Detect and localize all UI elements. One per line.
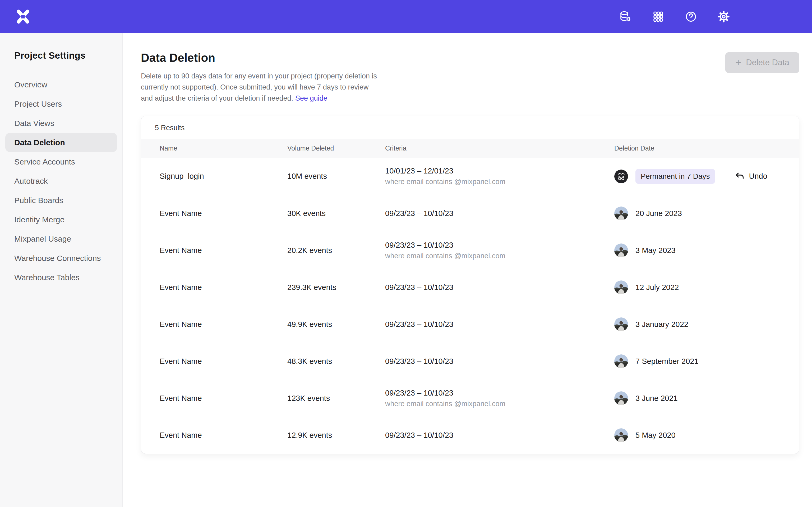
apps-grid-icon[interactable] [652,10,664,23]
cell-name: Event Name [160,246,287,255]
deletion-date: 3 June 2021 [636,394,678,403]
sidebar-item-label: Service Accounts [14,157,75,166]
see-guide-link[interactable]: See guide [295,94,327,102]
sidebar-item-warehouse-connections[interactable]: Warehouse Connections [5,248,117,268]
cell-volume: 10M events [287,172,385,181]
cell-criteria: 09/23/23 – 10/10/23 [385,431,614,440]
help-icon[interactable] [684,10,697,23]
table-row: Event Name 12.9K events 09/23/23 – 10/10… [141,417,799,454]
sidebar-item-label: Identity Merge [14,215,64,224]
cell-criteria: 09/23/23 – 10/10/23 [385,357,614,366]
criteria-range: 09/23/23 – 10/10/23 [385,283,614,292]
deletion-date: 3 May 2023 [636,246,676,255]
page-header: Data Deletion Delete up to 90 days data … [141,51,799,104]
criteria-range: 09/23/23 – 10/10/23 [385,357,614,366]
deletion-requests-card: 5 Results Name Volume Deleted Criteria D… [141,116,799,454]
project-settings-sidebar: Project Settings OverviewProject UsersDa… [0,33,123,507]
cell-deletion-date: 7 September 2021 [614,354,799,368]
criteria-range: 09/23/23 – 10/10/23 [385,431,614,440]
settings-icon[interactable] [717,10,730,23]
avatar-photo [614,207,628,220]
avatar-photo [614,354,628,368]
top-navigation-bar [0,0,812,33]
avatar-illustration [614,170,628,183]
sidebar-item-data-views[interactable]: Data Views [5,114,117,133]
main-content: Data Deletion Delete up to 90 days data … [123,33,812,507]
cell-name: Event Name [160,320,287,329]
cell-name: Event Name [160,209,287,218]
cell-volume: 123K events [287,394,385,403]
delete-data-button-label: Delete Data [746,58,789,67]
sidebar-title: Project Settings [14,50,122,61]
page-description-text: Delete up to 90 days data for any event … [141,72,377,102]
mixpanel-logo[interactable] [15,9,31,24]
table-row: Event Name 49.9K events 09/23/23 – 10/10… [141,306,799,343]
sidebar-item-service-accounts[interactable]: Service Accounts [5,152,117,171]
cell-criteria: 09/23/23 – 10/10/23 where email contains… [385,389,614,408]
criteria-range: 09/23/23 – 10/10/23 [385,389,614,397]
column-header-name: Name [160,145,287,152]
sidebar-item-label: Data Deletion [14,138,65,147]
criteria-range: 09/23/23 – 10/10/23 [385,241,614,249]
undo-label: Undo [749,172,767,181]
undo-icon [734,171,745,182]
sidebar-item-label: Warehouse Tables [14,273,80,282]
deletion-date: 12 July 2022 [636,283,679,292]
table-row: Event Name 239.3K events 09/23/23 – 10/1… [141,269,799,306]
criteria-range: 09/23/23 – 10/10/23 [385,209,614,218]
avatar-photo [614,280,628,294]
sidebar-item-label: Data Views [14,119,54,128]
avatar-photo [614,243,628,257]
app-screen: Project Settings OverviewProject UsersDa… [0,0,812,507]
page-title: Data Deletion [141,51,382,64]
delete-data-button[interactable]: + Delete Data [725,52,799,73]
cell-criteria: 09/23/23 – 10/10/23 [385,209,614,218]
results-count: 5 Results [141,116,799,139]
cell-volume: 48.3K events [287,357,385,366]
sidebar-item-label: Project Users [14,100,62,109]
status-badge: Permanent in 7 Days [636,169,715,184]
sidebar-item-warehouse-tables[interactable]: Warehouse Tables [5,268,117,287]
undo-button[interactable]: Undo [734,171,767,182]
sidebar-item-label: Mixpanel Usage [14,234,71,243]
table-row: Event Name 123K events 09/23/23 – 10/10/… [141,380,799,417]
cell-deletion-date: 3 January 2022 [614,318,799,331]
topbar-icon-group [619,10,730,23]
deletion-date: 20 June 2023 [636,209,682,218]
cell-name: Event Name [160,357,287,366]
sidebar-item-mixpanel-usage[interactable]: Mixpanel Usage [5,229,117,248]
sidebar-item-overview[interactable]: Overview [5,75,117,94]
cell-name: Event Name [160,283,287,292]
criteria-filter: where email contains @mixpanel.com [385,178,614,186]
column-header-deletion-date: Deletion Date [614,145,799,152]
column-header-criteria: Criteria [385,145,614,152]
data-management-icon[interactable] [619,10,632,23]
cell-name: Signup_login [160,172,287,181]
sidebar-item-label: Public Boards [14,196,63,205]
cell-criteria: 09/23/23 – 10/10/23 where email contains… [385,241,614,260]
sidebar-item-label: Overview [14,80,47,89]
cell-criteria: 09/23/23 – 10/10/23 [385,283,614,292]
mixpanel-x-logo-icon [15,9,31,24]
table-body: Signup_login 10M events 10/01/23 – 12/01… [141,158,799,454]
avatar-photo [614,318,628,331]
cell-criteria: 10/01/23 – 12/01/23 where email contains… [385,167,614,186]
table-row: Event Name 30K events 09/23/23 – 10/10/2… [141,195,799,232]
deletion-date: 3 January 2022 [636,320,688,329]
sidebar-item-public-boards[interactable]: Public Boards [5,191,117,210]
column-header-volume-deleted: Volume Deleted [287,145,385,152]
table-row: Event Name 20.2K events 09/23/23 – 10/10… [141,232,799,269]
sidebar-item-data-deletion[interactable]: Data Deletion [5,133,117,152]
table-row: Signup_login 10M events 10/01/23 – 12/01… [141,158,799,195]
cell-deletion-date: 20 June 2023 [614,207,799,220]
sidebar-item-identity-merge[interactable]: Identity Merge [5,210,117,229]
cell-deletion-date: 5 May 2020 [614,428,799,442]
table-header-row: Name Volume Deleted Criteria Deletion Da… [141,139,799,158]
sidebar-nav: OverviewProject UsersData ViewsData Dele… [0,75,122,287]
cell-name: Event Name [160,394,287,403]
sidebar-item-project-users[interactable]: Project Users [5,94,117,114]
sidebar-item-autotrack[interactable]: Autotrack [5,171,117,191]
plus-icon: + [735,58,741,68]
avatar-photo [614,391,628,405]
cell-volume: 12.9K events [287,431,385,440]
